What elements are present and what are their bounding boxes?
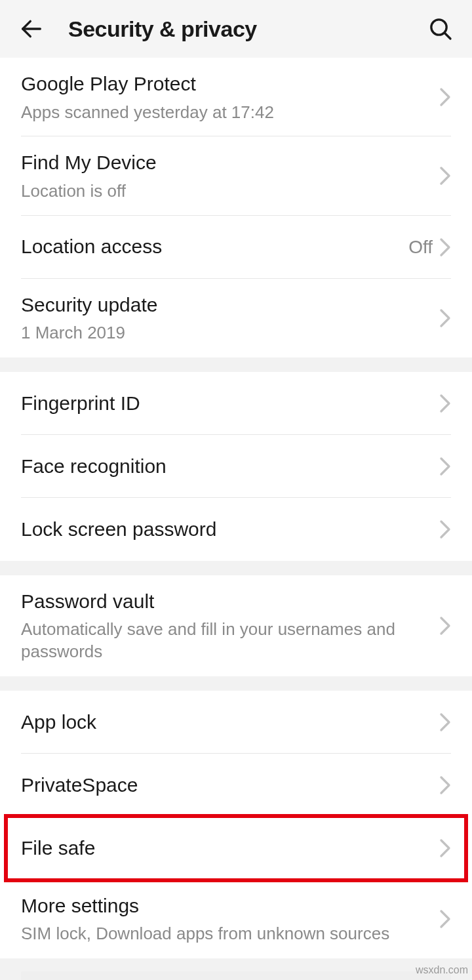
row-title: Location access [21,234,408,260]
row-find-my-device[interactable]: Find My DeviceLocation is off [0,136,472,215]
search-icon [427,16,454,42]
row-content: Google Play ProtectApps scanned yesterda… [21,58,439,136]
chevron-right-icon [439,775,451,795]
settings-group: Fingerprint IDFace recognitionLock scree… [0,372,472,561]
row-more-settings[interactable]: More settingsSIM lock, Download apps fro… [0,880,472,958]
row-title: Security update [21,292,439,319]
row-face-recognition[interactable]: Face recognition [0,435,472,498]
chevron-right-icon [439,712,451,732]
row-subtitle: 1 March 2019 [21,322,439,344]
chevron-right-icon [439,237,451,257]
chevron-right-icon [439,838,451,858]
footer-placeholder [21,971,451,980]
chevron-right-icon [439,394,451,413]
chevron-right-icon [439,87,451,107]
row-title: Find My Device [21,150,439,176]
row-title: File safe [21,835,439,862]
chevron-right-icon [439,520,451,539]
row-value: Off [408,237,433,258]
row-subtitle: Location is off [21,180,439,203]
row-fingerprint-id[interactable]: Fingerprint ID [0,372,472,435]
chevron-right-icon [439,616,451,636]
row-lock-screen-password[interactable]: Lock screen password [0,498,472,561]
svg-line-2 [444,33,450,39]
app-header: Security & privacy [0,0,472,58]
row-title: App lock [21,709,439,736]
row-content: Face recognition [21,440,439,493]
row-title: Face recognition [21,453,439,480]
row-content: Password vaultAutomatically save and fil… [21,575,439,676]
row-content: Security update1 March 2019 [21,279,439,357]
row-content: Lock screen password [21,503,439,556]
arrow-left-icon [18,16,45,42]
settings-group: Password vaultAutomatically save and fil… [0,575,472,676]
row-password-vault[interactable]: Password vaultAutomatically save and fil… [0,575,472,676]
row-play-protect[interactable]: Google Play ProtectApps scanned yesterda… [0,58,472,136]
row-title: Google Play Protect [21,71,439,98]
group-gap [0,357,472,372]
chevron-right-icon [439,909,451,929]
row-title: Password vault [21,588,439,615]
row-title: Lock screen password [21,516,439,543]
row-content: PrivateSpace [21,759,439,812]
row-content: File safe [21,822,439,875]
row-subtitle: Automatically save and fill in your user… [21,619,439,663]
chevron-right-icon [439,166,451,186]
group-gap [0,676,472,691]
chevron-right-icon [439,308,451,328]
row-content: More settingsSIM lock, Download apps fro… [21,880,439,958]
chevron-right-icon [439,457,451,476]
group-gap [0,561,472,575]
row-private-space[interactable]: PrivateSpace [0,754,472,817]
row-app-lock[interactable]: App lock [0,691,472,754]
settings-group: Google Play ProtectApps scanned yesterda… [0,58,472,357]
row-title: PrivateSpace [21,772,439,799]
row-title: Fingerprint ID [21,390,439,417]
row-content: Find My DeviceLocation is off [21,136,439,215]
row-location-access[interactable]: Location accessOff [0,216,472,279]
row-content: Fingerprint ID [21,377,439,430]
watermark: wsxdn.com [416,964,468,976]
settings-list: Google Play ProtectApps scanned yesterda… [0,58,472,980]
row-security-update[interactable]: Security update1 March 2019 [0,279,472,357]
row-subtitle: Apps scanned yesterday at 17:42 [21,102,439,124]
row-title: More settings [21,893,439,920]
row-content: Location access [21,220,408,274]
page-title: Security & privacy [68,16,257,42]
row-file-safe[interactable]: File safe [0,817,472,880]
back-button[interactable] [16,13,47,45]
row-content: App lock [21,696,439,749]
settings-group: App lockPrivateSpaceFile safeMore settin… [0,691,472,958]
row-subtitle: SIM lock, Download apps from unknown sou… [21,923,439,945]
search-button[interactable] [425,13,456,45]
